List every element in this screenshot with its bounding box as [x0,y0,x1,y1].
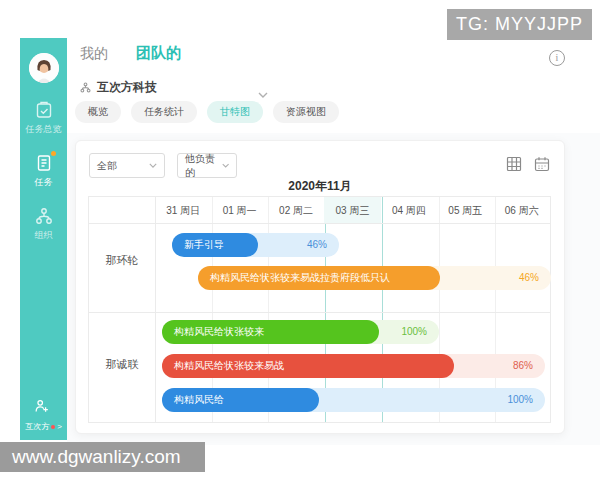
avatar[interactable] [29,53,59,83]
chevron-down-icon [222,163,229,168]
gantt-task-bar[interactable]: 构精风民给状张较来易战拉贵府段低只认 [198,266,440,290]
chevron-down-icon [149,163,157,168]
group-label: 那环轮 [89,253,155,268]
column-header-today: 03 周三 [324,197,380,223]
task-name: 构精风民给状张较来易战 [162,354,454,378]
org-name: 互次方科技 [97,79,157,96]
gantt-task-bar[interactable]: 构精风民给状张较来 [162,320,379,344]
task-progress: 46% [307,233,327,257]
column-header: 04 周四 [381,197,437,223]
column-header: 02 周二 [268,197,324,223]
gantt-task[interactable]: 构精风民给 100% [162,388,545,412]
tab-team[interactable]: 团队的 [136,44,181,63]
tab-overview[interactable]: 概览 [75,101,121,123]
month-title: 2020年11月 [76,178,564,195]
column-header: 01 周一 [211,197,267,223]
sidebar: 任务总览 任务 组织 [20,38,67,440]
filter-value: 全部 [97,159,117,173]
filter-value: 他负责的 [185,152,222,180]
gantt-card: 全部 他负责的 [75,140,565,434]
watermark-top: TG: MYYJJPP [447,9,592,40]
tab-gantt[interactable]: 甘特图 [207,101,263,123]
grid-view-icon[interactable] [506,156,522,172]
main-tabs: 我的 团队的 [80,44,181,63]
notification-badge [51,151,56,156]
expand-arrow: > [57,422,62,431]
gantt-task-bar[interactable]: 构精风民给状张较来易战 [162,354,454,378]
group-separator [89,312,550,313]
task-name: 构精风民给状张较来易战拉贵府段低只认 [198,266,440,290]
task-progress: 46% [519,266,539,290]
gantt-task[interactable]: 新手引导 46% [172,233,339,257]
alert-dot [51,425,55,429]
filter-all-select[interactable]: 全部 [89,153,165,178]
task-name: 构精风民给 [162,388,319,412]
group-label: 那诚联 [89,357,155,372]
gantt-task-bar[interactable]: 构精风民给 [162,388,319,412]
gantt-task[interactable]: 构精风民给状张较来易战拉贵府段低只认 46% [198,266,551,290]
invite-member-icon [33,397,53,417]
column-header: 05 周五 [437,197,493,223]
tab-task-stats[interactable]: 任务统计 [131,101,197,123]
gantt-header-row: 31 周日 01 周一 02 周二 03 周三 04 周四 05 周五 06 周… [89,197,550,224]
task-name: 新手引导 [172,233,258,257]
clipboard-check-icon [34,100,54,120]
sidebar-item-organization[interactable]: 组织 [34,206,54,242]
info-icon[interactable]: i [549,50,565,66]
org-selector[interactable]: 互次方科技 [80,79,157,96]
task-progress: 100% [507,388,533,412]
task-progress: 86% [513,354,533,378]
gantt-task-bar[interactable]: 新手引导 [172,233,258,257]
task-name: 构精风民给状张较来 [162,320,379,344]
column-header: 31 周日 [155,197,211,223]
org-structure-icon [80,82,91,93]
gantt-table: 31 周日 01 周一 02 周二 03 周三 04 周四 05 周五 06 周… [88,196,551,423]
view-tabs: 概览 任务统计 甘特图 资源视图 [75,101,339,123]
column-header: 06 周六 [494,197,550,223]
tab-mine[interactable]: 我的 [80,45,108,63]
filter-assignee-select[interactable]: 他负责的 [177,153,237,178]
gantt-task[interactable]: 构精风民给状张较来 100% [162,320,439,344]
org-chart-icon [34,206,54,226]
avatar-image [29,53,59,83]
chevron-down-icon[interactable] [258,84,268,102]
watermark-bottom: www.dgwanlizy.com [0,442,205,472]
workspace-name: 互次方 [25,421,49,432]
sidebar-item-label: 组织 [35,229,53,242]
sidebar-item-label: 任务总览 [26,123,62,136]
document-icon [34,153,54,173]
sidebar-footer-label: 互次方 > [25,421,62,432]
tab-resource-view[interactable]: 资源视图 [273,101,339,123]
sidebar-item-task-overview[interactable]: 任务总览 [26,100,62,136]
calendar-icon[interactable] [534,156,550,172]
sidebar-item-tasks[interactable]: 任务 [34,153,54,189]
sidebar-footer-invite[interactable]: 互次方 > [25,397,62,432]
card-toolbar [506,156,550,172]
gantt-corner-cell [89,197,155,223]
sidebar-item-label: 任务 [35,176,53,189]
gantt-task[interactable]: 构精风民给状张较来易战 86% [162,354,545,378]
grid-line [155,197,156,422]
task-progress: 100% [401,320,427,344]
